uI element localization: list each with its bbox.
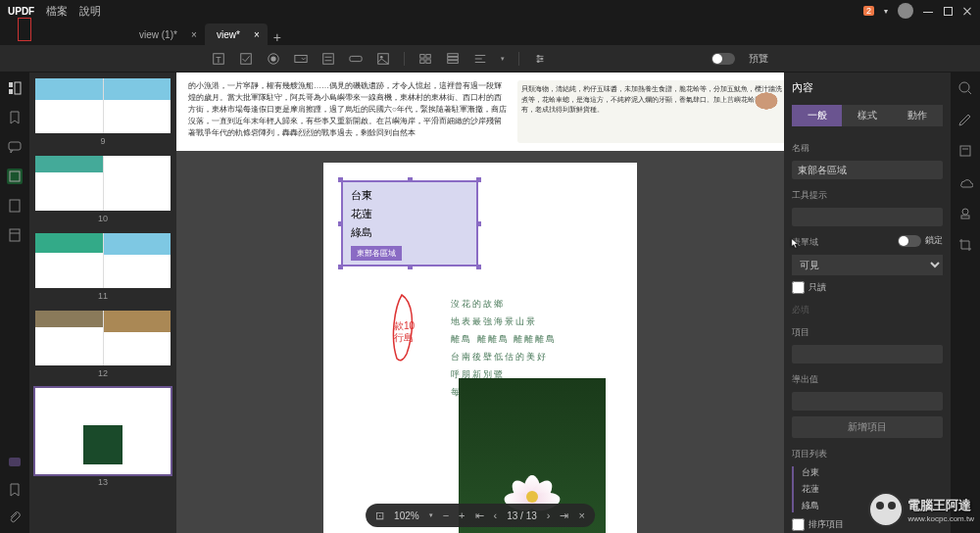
chevron-down-icon[interactable]: ▾ xyxy=(501,55,505,63)
svg-rect-15 xyxy=(426,59,430,63)
thumb-page-12[interactable] xyxy=(35,311,171,365)
svg-point-24 xyxy=(537,60,540,63)
fit-icon[interactable]: ⊡ xyxy=(375,509,384,522)
svg-point-22 xyxy=(537,55,540,58)
tab-view1[interactable]: view (1)*× xyxy=(127,24,205,45)
notification-badge[interactable]: 2 xyxy=(863,6,874,16)
annotate-icon[interactable] xyxy=(957,143,973,159)
properties-panel: 內容 一般 樣式 動作 名稱 工具提示 表單域 鎖定 可見 只讀 必填 項目 導… xyxy=(784,73,951,533)
chat-icon[interactable] xyxy=(7,455,23,470)
comments-icon[interactable] xyxy=(7,139,23,155)
last-page-icon[interactable]: ⇥ xyxy=(560,509,568,522)
search-icon[interactable] xyxy=(957,80,973,96)
tab-general[interactable]: 一般 xyxy=(792,105,842,126)
settings-tool-icon[interactable] xyxy=(533,52,547,66)
layers-icon[interactable] xyxy=(7,227,23,243)
image-tool-icon[interactable] xyxy=(376,52,390,66)
listbox-field[interactable]: 台東 花蓮 綠島 東部各區域 xyxy=(341,180,478,266)
taiwan-map-graphic: 款10行島 xyxy=(382,290,421,368)
svg-rect-29 xyxy=(10,171,20,181)
tab-view2[interactable]: view*× xyxy=(205,24,268,45)
thumb-page-13[interactable] xyxy=(35,388,171,474)
svg-point-36 xyxy=(959,82,969,92)
readonly-checkbox[interactable] xyxy=(792,281,805,294)
close-icon[interactable]: × xyxy=(254,29,260,40)
checkbox-tool-icon[interactable] xyxy=(239,52,253,66)
close-icon[interactable]: × xyxy=(191,29,197,40)
attachments-icon[interactable] xyxy=(7,198,23,214)
svg-rect-28 xyxy=(9,142,21,150)
new-tab-button[interactable]: + xyxy=(268,29,287,45)
radio-tool-icon[interactable] xyxy=(267,52,280,66)
document-canvas[interactable]: 的小漁港，一片寧靜，權有幾艘漁船……偶見的磯礁遺跡，才令人憶起，這裡曾有過一段輝… xyxy=(176,73,784,533)
thumbnails-icon[interactable] xyxy=(7,80,23,96)
svg-rect-12 xyxy=(420,54,424,58)
add-item-button[interactable]: 新增項目 xyxy=(792,416,943,438)
menu-file[interactable]: 檔案 xyxy=(46,4,68,19)
svg-rect-17 xyxy=(448,57,459,60)
next-page-icon[interactable]: › xyxy=(547,509,551,521)
align-tool-icon[interactable] xyxy=(473,52,487,66)
export-input[interactable] xyxy=(792,392,943,411)
forms-icon[interactable] xyxy=(7,169,23,184)
thumb-page-9[interactable] xyxy=(35,78,171,133)
svg-point-23 xyxy=(540,57,543,60)
edit-icon[interactable] xyxy=(957,112,973,127)
page-indicator[interactable]: 13 / 13 xyxy=(507,510,537,521)
page-13: 台東 花蓮 綠島 東部各區域 款10行島 沒花的故鄉地表最強海景山景離島 離離島… xyxy=(323,163,637,533)
field-label-tag: 東部各區域 xyxy=(351,246,402,261)
svg-rect-13 xyxy=(426,54,430,58)
form-tool2-icon[interactable] xyxy=(446,52,460,66)
window-close[interactable] xyxy=(962,6,972,16)
listbox-tool-icon[interactable] xyxy=(321,52,335,66)
svg-rect-25 xyxy=(9,82,13,87)
svg-rect-30 xyxy=(10,200,20,212)
tooltip-input[interactable] xyxy=(792,208,943,226)
zoom-out-icon[interactable]: − xyxy=(443,509,449,521)
thumb-page-10[interactable] xyxy=(35,156,171,211)
window-maximize[interactable] xyxy=(943,6,953,16)
bookmark2-icon[interactable] xyxy=(7,482,23,498)
svg-rect-5 xyxy=(295,55,307,62)
tab-action[interactable]: 動作 xyxy=(893,105,943,126)
page-fragment-top: 的小漁港，一片寧靜，權有幾艘漁船……偶見的磯礁遺跡，才令人憶起，這裡曾有過一段輝… xyxy=(176,73,784,151)
svg-rect-2 xyxy=(241,53,252,64)
panel-title: 內容 xyxy=(792,80,943,95)
item-input[interactable] xyxy=(792,345,943,363)
zoom-value[interactable]: 102% xyxy=(394,510,419,521)
svg-point-4 xyxy=(270,56,275,61)
user-avatar[interactable] xyxy=(898,3,913,19)
window-minimize[interactable] xyxy=(923,6,933,16)
crab-image xyxy=(747,86,784,116)
svg-text:行島: 行島 xyxy=(394,332,414,343)
attach-icon[interactable] xyxy=(7,509,23,525)
form-tool1-icon[interactable] xyxy=(418,52,432,66)
chevron-down-icon[interactable]: ▾ xyxy=(429,511,433,519)
locked-toggle[interactable] xyxy=(898,235,921,247)
dropdown-tool-icon[interactable] xyxy=(294,52,308,66)
svg-rect-18 xyxy=(448,60,459,63)
menu-help[interactable]: 說明 xyxy=(79,4,101,19)
thumb-page-11[interactable] xyxy=(35,233,171,288)
zoom-in-icon[interactable]: + xyxy=(459,509,465,521)
name-input[interactable] xyxy=(792,161,943,179)
chevron-down-icon[interactable]: ▾ xyxy=(884,7,888,16)
cloud-icon[interactable] xyxy=(957,174,973,190)
bookmarks-icon[interactable] xyxy=(7,110,23,125)
prev-page-icon[interactable]: ‹ xyxy=(494,509,498,521)
tab-style[interactable]: 樣式 xyxy=(842,105,892,126)
crop-icon[interactable] xyxy=(957,237,973,253)
button-tool-icon[interactable] xyxy=(349,52,363,66)
stamp-icon[interactable] xyxy=(957,206,973,221)
svg-rect-27 xyxy=(15,82,21,94)
preview-toggle[interactable] xyxy=(711,53,735,65)
first-page-icon[interactable]: ⇤ xyxy=(475,509,484,522)
svg-rect-33 xyxy=(9,458,21,466)
text-tool-icon[interactable]: T xyxy=(212,52,225,66)
sort-checkbox[interactable] xyxy=(792,518,805,531)
thumbnail-panel: 9 10 11 12 13 xyxy=(29,73,176,533)
zoom-controls: ⊡ 102% ▾ − + ⇤ ‹ 13 / 13 › ⇥ × xyxy=(366,504,595,527)
svg-text:款10: 款10 xyxy=(394,320,416,331)
close-icon[interactable]: × xyxy=(578,509,584,521)
visibility-select[interactable]: 可見 xyxy=(792,255,943,275)
